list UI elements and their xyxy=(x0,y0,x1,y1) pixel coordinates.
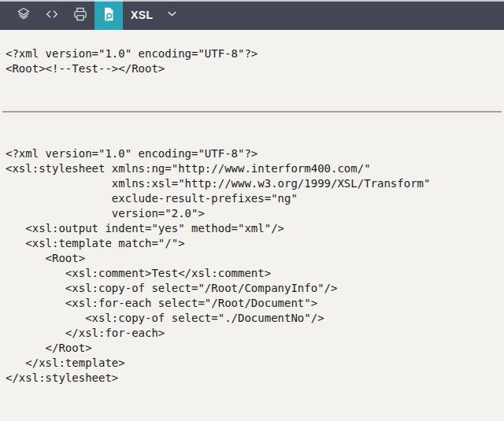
print-button[interactable] xyxy=(66,0,94,30)
code-view-button[interactable] xyxy=(38,0,66,30)
layers-button[interactable] xyxy=(9,0,38,30)
xsl-source-code: <?xml version="1.0" encoding="UTF-8"?> <… xyxy=(6,146,498,386)
mode-dropdown-button[interactable] xyxy=(158,0,186,30)
mode-label: XSL xyxy=(131,0,153,30)
app-screen: XSL <?xml version="1.0" encoding="UTF-8"… xyxy=(0,0,504,421)
layers-icon xyxy=(16,6,32,24)
preview-button[interactable] xyxy=(94,0,123,30)
panel-divider xyxy=(2,111,502,113)
xml-source-code: <?xml version="1.0" encoding="UTF-8"?> <… xyxy=(6,46,498,76)
printer-icon xyxy=(72,6,88,24)
chevron-down-icon xyxy=(165,7,179,23)
toolbar: XSL xyxy=(0,0,504,30)
code-icon xyxy=(44,6,60,24)
document-search-icon xyxy=(101,6,117,24)
